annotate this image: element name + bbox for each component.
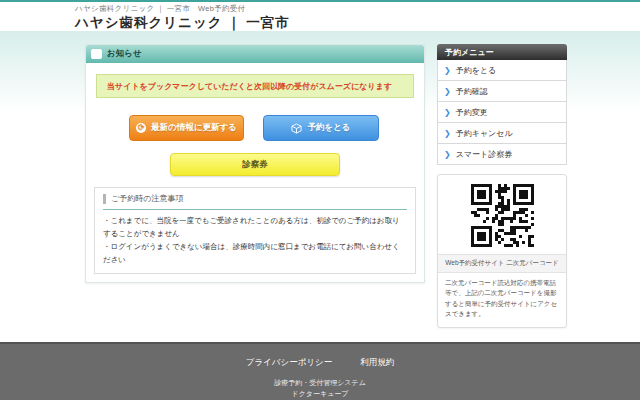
notice-message-box: 当サイトをブックマークしていただくと次回以降の受付がスムーズになります: [96, 74, 414, 98]
footer-credit-line2: ドクターキューブ: [0, 389, 640, 400]
footer-credit: 診療予約・受付管理システム ドクターキューブ: [0, 378, 640, 400]
sidebar-item-label: 予約をとる: [456, 65, 497, 76]
notice-section-header: お知らせ: [86, 45, 424, 63]
chevron-right-icon: ❯: [444, 66, 451, 75]
notes-item: ・これまでに、当院を一度でもご受診されたことのある方は、初診でのご予約はお取りす…: [103, 214, 407, 240]
reserve-button-label: 予約をとる: [307, 122, 350, 134]
breadcrumb: ハヤシ歯科クリニック ｜ 一宮市 Web予約受付: [75, 4, 245, 14]
sidebar-item-smart-card[interactable]: ❯ スマート診察券: [437, 144, 567, 165]
refresh-button[interactable]: ⟳ 最新の情報に更新する: [129, 115, 244, 141]
notes-title: ご予約時の注意事項: [103, 194, 407, 204]
sidebar-item-label: 予約変更: [456, 107, 488, 118]
notes-item: ・ログインがうまくできない場合は、診療時間内に窓口までお電話にてお問い合わせくだ…: [103, 240, 407, 266]
notice-section-title: お知らせ: [107, 48, 142, 60]
footer: プライバシーポリシー 利用規約 診療予約・受付管理システム ドクターキューブ: [0, 342, 640, 400]
patient-card-button-label: 診察券: [242, 159, 268, 171]
chevron-right-icon: ❯: [444, 150, 451, 159]
action-button-row: ⟳ 最新の情報に更新する 予約をとる: [86, 115, 424, 141]
notice-message: 当サイトをブックマークしていただくと次回以降の受付がスムーズになります: [107, 81, 392, 92]
footer-credit-line1: 診療予約・受付管理システム: [0, 378, 640, 389]
qr-panel: Web予約受付サイト 二次元バーコード 二次元バーコード読込対応の携帯電話等で、…: [437, 174, 567, 328]
privacy-policy-link[interactable]: プライバシーポリシー: [246, 357, 333, 369]
patient-card-button[interactable]: 診察券: [170, 153, 340, 176]
chevron-right-icon: ❯: [444, 108, 451, 117]
refresh-button-label: 最新の情報に更新する: [151, 122, 237, 134]
top-accent-line: [0, 0, 640, 2]
speech-bubble-icon: [91, 49, 102, 59]
qr-description: 二次元バーコード読込対応の携帯電話等で、上記の二次元バーコードを撮影すると簡単に…: [438, 273, 566, 327]
notes-divider: [103, 209, 407, 210]
qr-code-image: [471, 184, 534, 247]
reservation-notes-box: ご予約時の注意事項 ・これまでに、当院を一度でもご受診されたことのある方は、初診…: [94, 187, 416, 274]
chevron-right-icon: ❯: [444, 87, 451, 96]
sidebar-item-label: スマート診察券: [456, 149, 513, 160]
sidebar-item-label: 予約キャンセル: [456, 128, 513, 139]
main-panel: お知らせ 当サイトをブックマークしていただくと次回以降の受付がスムーズになります…: [85, 44, 425, 283]
sidebar-item-cancel[interactable]: ❯ 予約キャンセル: [437, 123, 567, 144]
refresh-icon: ⟳: [136, 123, 146, 133]
sidebar-item-label: 予約確認: [456, 86, 488, 97]
reservation-sidebar: 予約メニュー ❯ 予約をとる ❯ 予約確認 ❯ 予約変更 ❯ 予約キャンセル ❯…: [437, 44, 567, 328]
cube-icon: [291, 123, 302, 134]
page-title: ハヤシ歯科クリニック ｜ 一宮市: [75, 14, 290, 32]
terms-link[interactable]: 利用規約: [360, 357, 394, 369]
chevron-right-icon: ❯: [444, 129, 451, 138]
sidebar-item-confirm[interactable]: ❯ 予約確認: [437, 81, 567, 102]
reserve-button[interactable]: 予約をとる: [263, 115, 379, 141]
sidebar-item-reserve[interactable]: ❯ 予約をとる: [437, 60, 567, 81]
menu-header: 予約メニュー: [437, 44, 567, 60]
qr-caption: Web予約受付サイト 二次元バーコード: [438, 254, 566, 273]
sidebar-item-change[interactable]: ❯ 予約変更: [437, 102, 567, 123]
